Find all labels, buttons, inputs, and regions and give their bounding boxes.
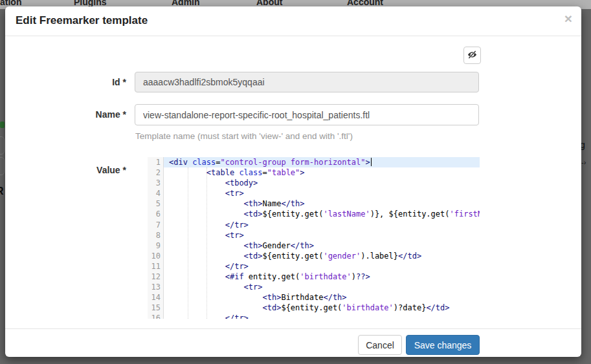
code-token: > [300,168,304,177]
code-token: )?date} [394,303,427,312]
code-token: <td> [244,209,263,219]
line-number: 8 [148,230,161,241]
code-token [169,314,225,319]
code-token [169,199,244,208]
line-number: 16 [148,313,161,319]
code-token: Birthdate [281,293,323,302]
code-token: </th> [323,293,346,302]
code-line[interactable]: <div class="control-group form-horizonta… [164,157,480,167]
code-token: <tr> [225,189,244,198]
eye-slash-icon [467,50,477,61]
code-token: </tr> [225,220,249,230]
code-token [169,231,225,240]
code-token: entity.get( [244,272,300,281]
code-token: 'firstN [450,209,480,219]
code-line[interactable]: <tbody> [164,178,480,188]
code-token [169,178,225,187]
name-input[interactable] [135,104,479,125]
code-token: "control-group form-horizontal" [221,158,366,167]
code-token: 'gender' [323,252,361,261]
code-token: )}, ${entity.get( [370,209,450,219]
text-cursor [371,158,372,166]
code-token: </td> [426,303,449,312]
line-number: 10 [148,251,161,261]
code-token [169,209,244,219]
code-token: </th> [291,241,314,250]
code-line[interactable]: <td>${entity.get('birthdate')?date}</td> [164,303,480,313]
code-token [169,262,225,271]
line-number: 4 [148,188,161,198]
toggle-visibility-button[interactable] [463,47,481,64]
code-token: </th> [281,199,304,208]
line-number: 12 [148,272,161,282]
code-token [169,272,225,281]
code-token: <div [169,158,188,167]
editor-line-numbers: 12345678910111213141516 [148,157,164,319]
code-token: Name [263,199,282,208]
code-token: 'birthdate' [342,303,393,312]
code-token: <th> [244,241,263,250]
code-token: ${entity.get( [263,252,324,261]
code-token [169,168,206,177]
code-token: ).label} [361,252,398,261]
code-token [169,303,263,312]
code-token: </td> [398,252,421,261]
code-token: ??> [356,272,370,281]
code-token: <td> [244,252,263,261]
code-token [169,220,225,230]
name-field-label: Name * [5,104,126,125]
code-token: <tr> [244,283,263,292]
code-token: class [192,158,216,167]
editor-code-pane[interactable]: <div class="control-group form-horizonta… [164,157,480,319]
line-number: 15 [148,303,161,313]
code-token: Gender [263,241,291,250]
code-line[interactable]: <tr> [164,188,480,198]
code-token: 'birthdate' [300,272,351,281]
close-icon[interactable]: × [564,12,572,25]
code-line[interactable]: <tr> [164,282,480,292]
save-changes-button[interactable]: Save changes [406,335,480,355]
code-token: > [365,158,370,167]
code-token [169,252,244,261]
edit-freemarker-template-modal: Edit Freemarker template × Id * Name * T… [5,6,581,357]
code-line[interactable]: <#if entity.get('birthdate')??> [164,272,480,282]
code-token [169,293,263,302]
code-line[interactable]: <td>${entity.get('lastName')}, ${entity.… [164,209,480,219]
code-token: <th> [263,293,282,302]
code-line[interactable]: </tr> [164,313,480,319]
code-token: = [263,168,267,177]
code-line[interactable]: <th>Birthdate</th> [164,292,480,303]
code-token: </tr> [225,314,249,319]
code-token: <tr> [225,231,244,240]
code-line[interactable]: <td>${entity.get('gender').label}</td> [164,251,480,261]
code-token: class [239,168,262,177]
code-line[interactable]: </tr> [164,220,480,230]
line-number: 9 [148,241,161,251]
line-number: 2 [148,167,161,178]
code-token [169,283,244,292]
value-field-label: Value * [5,165,126,175]
line-number: 14 [148,292,161,303]
code-token: <#if [225,272,244,281]
code-line[interactable]: </tr> [164,261,480,272]
modal-body: Id * Name * Template name (must start wi… [5,36,581,328]
code-line[interactable]: <tr> [164,230,480,241]
id-input [135,72,479,92]
code-token: ${entity.get( [281,303,342,312]
id-field-label: Id * [5,72,126,92]
code-token [169,189,225,198]
code-editor[interactable]: 12345678910111213141516 <div class="cont… [148,157,480,319]
code-line[interactable]: <th>Gender</th> [164,241,480,251]
code-token: <tbody> [225,178,258,187]
code-token: = [216,158,220,167]
code-line[interactable]: <table class="table"> [164,167,480,178]
modal-footer: Cancel Save changes [5,328,581,357]
code-token: ) [351,272,356,281]
code-token: 'lastName' [323,209,370,219]
line-number: 6 [148,209,161,219]
cancel-button[interactable]: Cancel [358,335,402,355]
code-token: <th> [244,199,263,208]
code-token: ${entity.get( [263,209,324,219]
line-number: 7 [148,220,161,230]
code-line[interactable]: <th>Name</th> [164,198,480,209]
